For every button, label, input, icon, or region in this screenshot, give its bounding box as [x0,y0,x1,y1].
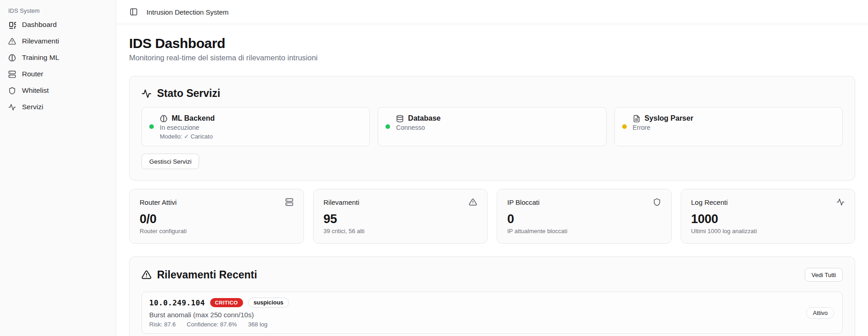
activity-icon [141,89,152,99]
detection-row: 10.0.249.104 CRITICO suspicious Burst an… [141,292,843,334]
stat-card-ip-bloccati: IP Bloccati 0 IP attualmente bloccati [497,189,672,244]
stat-title: Rilevamenti [324,198,359,206]
service-name: ML Backend [172,114,215,123]
detections-card-header: Rilevamenti Recenti Vedi Tutti [141,268,843,282]
sidebar-item-router[interactable]: Router [4,66,112,82]
detection-ip: 10.0.249.104 [149,299,205,307]
stat-title: Router Attivi [140,198,177,206]
service-detail: Modello: ✓ Caricato [160,133,215,140]
server-icon [8,70,16,78]
sidebar-group-label: IDS System [4,5,112,16]
service-name: Syslog Parser [645,114,694,123]
alert-triangle-icon [469,198,477,206]
stat-card-router-attivi: Router Attivi 0/0 Router configurati [129,189,304,244]
sidebar-item-label: Training ML [22,53,59,62]
category-badge: suspicious [248,298,289,308]
detection-confidence: Confidence: 87.6% [187,321,237,328]
stat-card-rilevamenti: Rilevamenti 95 39 critici, 56 alti [313,189,488,244]
alert-triangle-icon [141,270,152,280]
stat-value: 95 [324,212,477,226]
services-status-card: Stato Servizi ML Backend In esecuzione M… [129,76,855,181]
stat-title: Log Recenti [691,198,728,206]
sidebar-item-label: Rilevamenti [22,37,59,45]
stat-subtitle: Router configurati [140,228,293,235]
brain-icon [160,115,168,123]
sidebar: IDS System Dashboard Rilevamenti Trainin… [0,0,116,336]
service-status: Errore [633,124,694,131]
stat-subtitle: 39 critici, 56 alti [324,228,477,235]
view-all-button[interactable]: Vedi Tutti [805,268,843,282]
main-area: Intrusion Detection System IDS Dashboard… [116,0,868,336]
sidebar-item-training-ml[interactable]: Training ML [4,49,112,66]
detection-log-count: 368 log [248,321,268,328]
service-status: Connesso [396,124,440,131]
alert-triangle-icon [8,37,16,45]
services-card-header: Stato Servizi [141,87,843,100]
stat-title: IP Bloccati [507,198,540,206]
page-content: IDS Dashboard Monitoring real-time del s… [116,24,868,336]
page-subtitle: Monitoring real-time del sistema di rile… [129,53,855,62]
app-window: IDS System Dashboard Rilevamenti Trainin… [0,0,868,336]
detection-risk: Risk: 87.6 [149,321,176,328]
stat-value: 1000 [691,212,845,226]
status-dot [385,124,390,129]
status-dot [622,124,627,129]
file-text-icon [633,115,640,123]
topbar: Intrusion Detection System [116,0,868,24]
service-name: Database [408,114,440,123]
panel-left-icon [130,8,138,16]
sidebar-nav: Dashboard Rilevamenti Training ML Router… [4,16,112,115]
services-card-title: Stato Servizi [157,87,220,100]
stat-subtitle: Ultimi 1000 log analizzati [691,228,845,235]
manage-services-button[interactable]: Gestisci Servizi [141,154,199,169]
activity-icon [8,103,16,111]
severity-badge: CRITICO [210,298,243,307]
sidebar-item-label: Dashboard [22,21,57,29]
brain-icon [8,54,16,62]
service-status: In esecuzione [160,124,215,131]
sidebar-item-dashboard[interactable]: Dashboard [4,16,112,33]
stat-subtitle: IP attualmente bloccati [507,228,661,235]
sidebar-item-label: Servizi [22,103,43,111]
sidebar-item-label: Router [22,70,43,78]
sidebar-toggle-button[interactable] [127,5,140,18]
sidebar-item-rilevamenti[interactable]: Rilevamenti [4,33,112,49]
detection-status-badge: Attivo [806,307,834,319]
page-title: IDS Dashboard [129,36,855,51]
app-title: Intrusion Detection System [146,8,228,16]
status-dot [149,124,154,129]
recent-detections-card: Rilevamenti Recenti Vedi Tutti 10.0.249.… [129,256,855,336]
stat-card-log-recenti: Log Recenti 1000 Ultimi 1000 log analizz… [681,189,856,244]
detection-description: Burst anomali (max 250 conn/10s) [149,311,289,319]
stat-value: 0/0 [140,212,293,226]
layout-dashboard-icon [8,21,16,29]
shield-icon [653,198,661,206]
service-card-ml-backend: ML Backend In esecuzione Modello: ✓ Cari… [141,107,370,146]
activity-icon [836,198,845,206]
detections-card-title: Rilevamenti Recenti [157,269,257,281]
services-grid: ML Backend In esecuzione Modello: ✓ Cari… [141,107,843,146]
stat-value: 0 [507,212,661,226]
shield-icon [8,87,16,95]
database-icon [396,115,404,123]
stats-row: Router Attivi 0/0 Router configurati Ril… [129,189,855,244]
service-card-syslog-parser: Syslog Parser Errore [614,107,843,146]
server-icon [285,198,293,206]
service-card-database: Database Connesso [378,107,606,146]
sidebar-item-servizi[interactable]: Servizi [4,99,112,115]
sidebar-item-label: Whitelist [22,86,49,95]
sidebar-item-whitelist[interactable]: Whitelist [4,82,112,99]
